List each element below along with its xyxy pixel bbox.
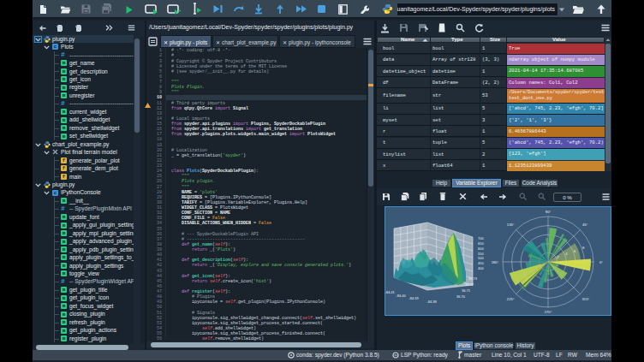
svg-text:-84.41: -84.41 xyxy=(385,290,395,294)
svg-text:135°: 135° xyxy=(507,223,515,227)
svg-text:400: 400 xyxy=(478,266,484,270)
svg-text:600: 600 xyxy=(478,246,484,251)
svg-text:36.73: 36.73 xyxy=(468,276,478,281)
svg-text:-84.40: -84.40 xyxy=(396,294,406,298)
svg-text:315°: 315° xyxy=(582,297,590,301)
svg-text:36.72: 36.72 xyxy=(465,282,474,287)
svg-text:-84.39: -84.39 xyxy=(408,296,419,300)
svg-text:270°: 270° xyxy=(545,310,552,314)
svg-text:180°: 180° xyxy=(492,260,499,264)
svg-text:36.70: 36.70 xyxy=(456,294,466,299)
svg-text:550: 550 xyxy=(478,252,484,256)
svg-text:225°: 225° xyxy=(507,297,515,301)
svg-text:45°: 45° xyxy=(582,223,588,227)
svg-text:450: 450 xyxy=(478,261,484,265)
svg-text:500: 500 xyxy=(478,256,484,260)
svg-text:36.71: 36.71 xyxy=(462,288,471,293)
svg-text:0°: 0° xyxy=(599,260,603,264)
svg-text:650: 650 xyxy=(478,241,484,246)
svg-text:700: 700 xyxy=(478,236,484,240)
svg-text:-84.38: -84.38 xyxy=(426,300,437,304)
svg-text:90°: 90° xyxy=(546,210,552,214)
